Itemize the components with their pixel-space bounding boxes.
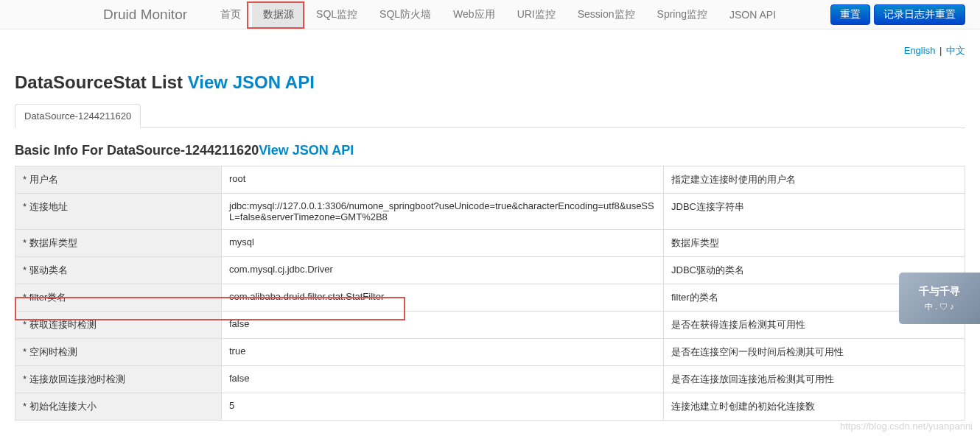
row-key: * 连接地址 (15, 194, 222, 230)
row-value: false (222, 312, 664, 339)
lang-separator: | (939, 45, 942, 56)
nav-item-datasource[interactable]: 数据源 (252, 1, 305, 29)
reset-button[interactable]: 重置 (830, 4, 870, 25)
table-row: * 连接放回连接池时检测false是否在连接放回连接池后检测其可用性 (15, 366, 965, 393)
row-value: root (222, 166, 664, 194)
side-badge-title: 千与千寻 (919, 285, 960, 298)
lang-chinese-link[interactable]: 中文 (946, 45, 965, 56)
row-desc: 是否在连接放回连接池后检测其可用性 (664, 366, 965, 393)
table-row: * 数据库类型mysql数据库类型 (15, 230, 965, 257)
language-switcher: English | 中文 (15, 44, 965, 57)
table-row: * 获取连接时检测false是否在获得连接后检测其可用性 (15, 312, 965, 339)
nav-item-json-api[interactable]: JSON API (718, 1, 787, 28)
row-value: com.alibaba.druid.filter.stat.StatFilter (222, 284, 664, 312)
side-badge[interactable]: 千与千寻 中 . ♡ ♪ (899, 273, 980, 324)
row-key: * 连接放回连接池时检测 (15, 366, 222, 393)
table-row: * filter类名com.alibaba.druid.filter.stat.… (15, 284, 965, 312)
row-desc: JDBC连接字符串 (664, 194, 965, 230)
nav-item-home[interactable]: 首页 (209, 1, 252, 29)
nav-buttons: 重置 记录日志并重置 (830, 4, 965, 25)
brand[interactable]: Druid Monitor (15, 7, 202, 23)
row-key: * 空闲时检测 (15, 339, 222, 366)
view-json-api-link[interactable]: View JSON API (188, 72, 315, 92)
row-key: * 初始化连接大小 (15, 393, 222, 421)
table-row: * 用户名root指定建立连接时使用的用户名 (15, 166, 965, 194)
section-view-json-api-link[interactable]: View JSON API (259, 143, 354, 158)
row-key: * filter类名 (15, 284, 222, 312)
row-desc: 数据库类型 (664, 230, 965, 257)
row-value: com.mysql.cj.jdbc.Driver (222, 257, 664, 284)
row-key: * 驱动类名 (15, 257, 222, 284)
datasource-info-table: * 用户名root指定建立连接时使用的用户名* 连接地址jdbc:mysql:/… (15, 166, 965, 421)
row-key: * 数据库类型 (15, 230, 222, 257)
content: English | 中文 DataSourceStat List View JS… (0, 29, 980, 435)
tab-datasource[interactable]: DataSource-1244211620 (15, 104, 141, 128)
row-value: true (222, 339, 664, 366)
section-title-text: Basic Info For DataSource-1244211620 (15, 143, 259, 158)
nav-item-sql-monitor[interactable]: SQL监控 (305, 1, 368, 29)
nav-item-sql-firewall[interactable]: SQL防火墙 (368, 1, 442, 29)
row-value: jdbc:mysql://127.0.0.1:3306/numone_sprin… (222, 194, 664, 230)
navbar: Druid Monitor 首页 数据源 SQL监控 SQL防火墙 Web应用 … (0, 0, 980, 29)
row-value: 5 (222, 393, 664, 421)
side-badge-icons: 中 . ♡ ♪ (925, 301, 954, 312)
row-desc: 连接池建立时创建的初始化连接数 (664, 393, 965, 421)
nav-item-uri-monitor[interactable]: URI监控 (506, 1, 567, 29)
table-row: * 初始化连接大小5连接池建立时创建的初始化连接数 (15, 393, 965, 421)
log-and-reset-button[interactable]: 记录日志并重置 (874, 4, 965, 25)
nav-item-web-app[interactable]: Web应用 (442, 1, 506, 29)
nav-item-session-monitor[interactable]: Session监控 (567, 1, 646, 29)
row-desc: 指定建立连接时使用的用户名 (664, 166, 965, 194)
datasource-tabs: DataSource-1244211620 (15, 104, 965, 128)
nav-item-spring-monitor[interactable]: Spring监控 (646, 1, 718, 29)
row-value: mysql (222, 230, 664, 257)
table-row: * 驱动类名com.mysql.cj.jdbc.DriverJDBC驱动的类名 (15, 257, 965, 284)
row-desc: 是否在连接空闲一段时间后检测其可用性 (664, 339, 965, 366)
table-row: * 连接地址jdbc:mysql://127.0.0.1:3306/numone… (15, 194, 965, 230)
page-title-text: DataSourceStat List (15, 72, 188, 92)
row-key: * 获取连接时检测 (15, 312, 222, 339)
table-row: * 空闲时检测true是否在连接空闲一段时间后检测其可用性 (15, 339, 965, 366)
section-title: Basic Info For DataSource-1244211620View… (15, 143, 965, 158)
row-value: false (222, 366, 664, 393)
watermark: https://blog.csdn.net/yuanpanni (840, 421, 973, 432)
nav-items: 首页 数据源 SQL监控 SQL防火墙 Web应用 URI监控 Session监… (209, 1, 830, 29)
row-key: * 用户名 (15, 166, 222, 194)
page-title: DataSourceStat List View JSON API (15, 72, 965, 93)
lang-english-link[interactable]: English (904, 45, 936, 56)
